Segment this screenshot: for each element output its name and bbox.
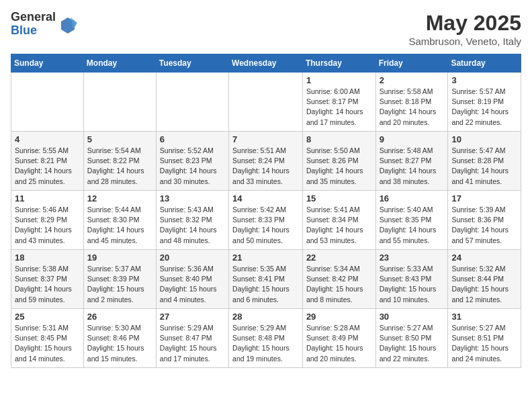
day-info: Sunrise: 5:31 AM Sunset: 8:45 PM Dayligh… (15, 323, 80, 364)
day-info: Sunrise: 5:54 AM Sunset: 8:22 PM Dayligh… (87, 146, 152, 187)
day-number: 3 (451, 75, 517, 85)
day-number: 11 (15, 193, 80, 203)
calendar-table: SundayMondayTuesdayWednesdayThursdayFrid… (11, 54, 521, 368)
day-number: 16 (380, 193, 445, 203)
day-info: Sunrise: 5:50 AM Sunset: 8:26 PM Dayligh… (306, 146, 372, 187)
calendar-cell: 1Sunrise: 6:00 AM Sunset: 8:17 PM Daylig… (302, 73, 375, 132)
calendar-cell: 10Sunrise: 5:47 AM Sunset: 8:28 PM Dayli… (448, 132, 521, 191)
day-info: Sunrise: 5:44 AM Sunset: 8:30 PM Dayligh… (87, 205, 152, 246)
day-number: 29 (306, 312, 372, 322)
location: Sambruson, Veneto, Italy (408, 36, 521, 47)
day-number: 12 (87, 193, 152, 203)
day-info: Sunrise: 5:43 AM Sunset: 8:32 PM Dayligh… (160, 205, 225, 246)
calendar-cell: 8Sunrise: 5:50 AM Sunset: 8:26 PM Daylig… (302, 132, 375, 191)
calendar-cell: 23Sunrise: 5:33 AM Sunset: 8:43 PM Dayli… (375, 250, 448, 309)
calendar-week-row: 18Sunrise: 5:38 AM Sunset: 8:37 PM Dayli… (11, 250, 521, 309)
calendar-cell: 22Sunrise: 5:34 AM Sunset: 8:42 PM Dayli… (302, 250, 375, 309)
day-number: 26 (87, 312, 152, 322)
day-info: Sunrise: 5:42 AM Sunset: 8:33 PM Dayligh… (232, 205, 299, 246)
logo: General Blue (11, 11, 77, 38)
day-number: 19 (87, 253, 152, 263)
calendar-cell: 20Sunrise: 5:36 AM Sunset: 8:40 PM Dayli… (156, 250, 228, 309)
calendar-cell: 11Sunrise: 5:46 AM Sunset: 8:29 PM Dayli… (11, 191, 84, 250)
day-info: Sunrise: 5:58 AM Sunset: 8:18 PM Dayligh… (380, 87, 445, 128)
day-info: Sunrise: 5:32 AM Sunset: 8:44 PM Dayligh… (451, 264, 517, 305)
day-number: 8 (306, 134, 372, 144)
day-info: Sunrise: 5:29 AM Sunset: 8:48 PM Dayligh… (232, 323, 299, 364)
day-number: 24 (451, 253, 517, 263)
calendar-week-row: 1Sunrise: 6:00 AM Sunset: 8:17 PM Daylig… (11, 73, 521, 132)
logo-blue: Blue (11, 24, 56, 38)
day-number: 21 (232, 253, 299, 263)
calendar-cell: 14Sunrise: 5:42 AM Sunset: 8:33 PM Dayli… (229, 191, 303, 250)
day-number: 1 (306, 75, 372, 85)
day-number: 15 (306, 193, 372, 203)
weekday-header: Saturday (448, 54, 521, 73)
calendar-cell: 15Sunrise: 5:41 AM Sunset: 8:34 PM Dayli… (302, 191, 375, 250)
day-number: 27 (160, 312, 225, 322)
day-number: 9 (380, 134, 445, 144)
calendar-cell: 25Sunrise: 5:31 AM Sunset: 8:45 PM Dayli… (11, 309, 84, 368)
day-info: Sunrise: 5:35 AM Sunset: 8:41 PM Dayligh… (232, 264, 299, 305)
calendar-cell: 7Sunrise: 5:51 AM Sunset: 8:24 PM Daylig… (229, 132, 303, 191)
day-number: 31 (451, 312, 517, 322)
calendar-cell: 29Sunrise: 5:28 AM Sunset: 8:49 PM Dayli… (302, 309, 375, 368)
day-info: Sunrise: 5:30 AM Sunset: 8:46 PM Dayligh… (87, 323, 152, 364)
calendar-cell (229, 73, 303, 132)
calendar-cell: 6Sunrise: 5:52 AM Sunset: 8:23 PM Daylig… (156, 132, 228, 191)
day-number: 14 (232, 193, 299, 203)
weekday-header-row: SundayMondayTuesdayWednesdayThursdayFrid… (11, 54, 521, 73)
day-info: Sunrise: 5:36 AM Sunset: 8:40 PM Dayligh… (160, 264, 225, 305)
calendar-cell: 9Sunrise: 5:48 AM Sunset: 8:27 PM Daylig… (375, 132, 448, 191)
day-number: 30 (380, 312, 445, 322)
weekday-header: Sunday (11, 54, 84, 73)
weekday-header: Tuesday (156, 54, 228, 73)
logo-icon (58, 15, 77, 34)
day-info: Sunrise: 5:57 AM Sunset: 8:19 PM Dayligh… (451, 87, 517, 128)
calendar-week-row: 4Sunrise: 5:55 AM Sunset: 8:21 PM Daylig… (11, 132, 521, 191)
weekday-header: Monday (83, 54, 156, 73)
logo-text: General Blue (11, 11, 56, 38)
day-info: Sunrise: 5:40 AM Sunset: 8:35 PM Dayligh… (380, 205, 445, 246)
calendar-cell: 27Sunrise: 5:29 AM Sunset: 8:47 PM Dayli… (156, 309, 228, 368)
day-number: 17 (451, 193, 517, 203)
weekday-header: Wednesday (229, 54, 303, 73)
day-info: Sunrise: 6:00 AM Sunset: 8:17 PM Dayligh… (306, 87, 372, 128)
calendar-cell: 13Sunrise: 5:43 AM Sunset: 8:32 PM Dayli… (156, 191, 228, 250)
calendar-cell: 24Sunrise: 5:32 AM Sunset: 8:44 PM Dayli… (448, 250, 521, 309)
calendar-cell: 28Sunrise: 5:29 AM Sunset: 8:48 PM Dayli… (229, 309, 303, 368)
calendar-cell: 16Sunrise: 5:40 AM Sunset: 8:35 PM Dayli… (375, 191, 448, 250)
day-info: Sunrise: 5:41 AM Sunset: 8:34 PM Dayligh… (306, 205, 372, 246)
day-info: Sunrise: 5:55 AM Sunset: 8:21 PM Dayligh… (15, 146, 80, 187)
calendar-cell: 30Sunrise: 5:27 AM Sunset: 8:50 PM Dayli… (375, 309, 448, 368)
calendar-cell: 2Sunrise: 5:58 AM Sunset: 8:18 PM Daylig… (375, 73, 448, 132)
day-number: 6 (160, 134, 225, 144)
calendar-cell: 19Sunrise: 5:37 AM Sunset: 8:39 PM Dayli… (83, 250, 156, 309)
calendar-cell (83, 73, 156, 132)
day-info: Sunrise: 5:37 AM Sunset: 8:39 PM Dayligh… (87, 264, 152, 305)
calendar-cell: 12Sunrise: 5:44 AM Sunset: 8:30 PM Dayli… (83, 191, 156, 250)
day-number: 25 (15, 312, 80, 322)
day-info: Sunrise: 5:51 AM Sunset: 8:24 PM Dayligh… (232, 146, 299, 187)
day-info: Sunrise: 5:28 AM Sunset: 8:49 PM Dayligh… (306, 323, 372, 364)
day-info: Sunrise: 5:47 AM Sunset: 8:28 PM Dayligh… (451, 146, 517, 187)
calendar-cell: 4Sunrise: 5:55 AM Sunset: 8:21 PM Daylig… (11, 132, 84, 191)
day-info: Sunrise: 5:29 AM Sunset: 8:47 PM Dayligh… (160, 323, 225, 364)
calendar-cell: 21Sunrise: 5:35 AM Sunset: 8:41 PM Dayli… (229, 250, 303, 309)
day-number: 18 (15, 253, 80, 263)
day-number: 2 (380, 75, 445, 85)
day-info: Sunrise: 5:33 AM Sunset: 8:43 PM Dayligh… (380, 264, 445, 305)
calendar-week-row: 11Sunrise: 5:46 AM Sunset: 8:29 PM Dayli… (11, 191, 521, 250)
calendar-cell: 17Sunrise: 5:39 AM Sunset: 8:36 PM Dayli… (448, 191, 521, 250)
page-header: General Blue May 2025 Sambruson, Veneto,… (11, 11, 521, 47)
month-title: May 2025 (408, 11, 521, 36)
day-info: Sunrise: 5:34 AM Sunset: 8:42 PM Dayligh… (306, 264, 372, 305)
day-info: Sunrise: 5:27 AM Sunset: 8:50 PM Dayligh… (380, 323, 445, 364)
calendar-cell: 3Sunrise: 5:57 AM Sunset: 8:19 PM Daylig… (448, 73, 521, 132)
day-info: Sunrise: 5:46 AM Sunset: 8:29 PM Dayligh… (15, 205, 80, 246)
day-number: 28 (232, 312, 299, 322)
day-info: Sunrise: 5:48 AM Sunset: 8:27 PM Dayligh… (380, 146, 445, 187)
day-number: 5 (87, 134, 152, 144)
calendar-cell: 5Sunrise: 5:54 AM Sunset: 8:22 PM Daylig… (83, 132, 156, 191)
day-info: Sunrise: 5:38 AM Sunset: 8:37 PM Dayligh… (15, 264, 80, 305)
